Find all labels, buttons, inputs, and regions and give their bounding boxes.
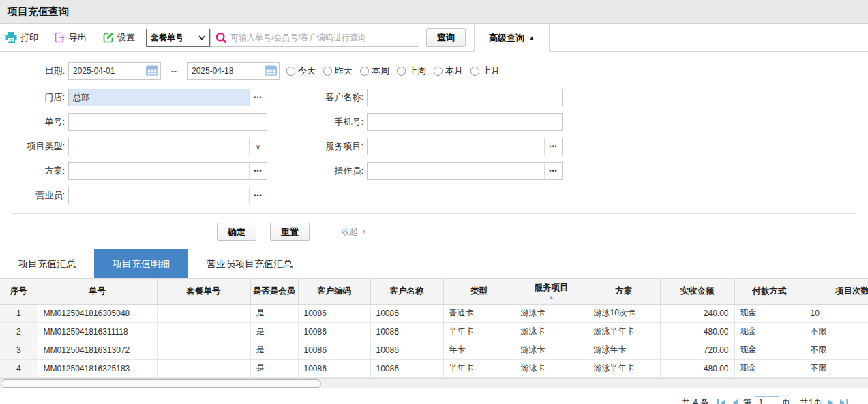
ellipsis-picker-button[interactable]: ••• [249,89,267,106]
column-header-index[interactable]: 序号 [0,279,38,304]
table-cell: 普通卡 [443,304,515,322]
advanced-query-toggle[interactable]: 高级查询 ▲ [474,24,550,52]
first-page-button[interactable] [717,399,726,404]
project-type-input[interactable] [69,138,249,155]
salesperson-input[interactable] [69,187,249,204]
page-title-bar: 项目充值查询 [0,0,868,24]
table-cell: 是 [250,304,298,322]
table-cell: 不限 [805,359,868,377]
table-row[interactable]: 4MM0125041816325183是1008610086半年卡游泳卡游泳半年… [0,359,868,377]
customer-name-label: 客户名称: [267,91,367,104]
quick-range-radios: 今天 昨天 本周 上周 本月 上月 [286,65,507,77]
order-no-input[interactable] [69,114,267,130]
table-cell: 720.00 [660,341,734,359]
radio-last-month[interactable]: 上月 [470,65,500,77]
print-button[interactable]: 打印 [5,31,38,44]
table-cell [157,304,250,322]
service-item-input[interactable] [368,138,544,155]
search-type-select[interactable]: 套餐单号 [146,29,210,47]
radio-icon [470,67,479,76]
calendar-icon[interactable] [146,65,158,76]
settings-button[interactable]: 设置 [103,31,135,44]
total-count: 共 4 条 [681,397,708,404]
plan-input[interactable] [69,163,249,179]
column-header-package-no[interactable]: 套餐单号 [157,279,250,304]
table-cell: 10086 [298,359,370,377]
ellipsis-icon: ••• [549,143,557,150]
column-header-service-item[interactable]: 服务项目 ▲ [515,279,588,304]
radio-this-week[interactable]: 本周 [360,65,389,77]
dropdown-button[interactable]: ∨ [249,138,267,155]
table-row[interactable]: 3MM0125041816313072是1008610086年卡游泳卡游泳年卡7… [0,341,868,359]
radio-yesterday[interactable]: 昨天 [323,65,353,77]
toolbar: 打印 导出 设置 套餐单号 查询 高级查询 ▲ [0,24,868,52]
quick-search-input[interactable] [230,29,419,46]
column-header-amount[interactable]: 实收金额 [660,279,734,304]
column-header-is-member[interactable]: 是否是会员 [250,279,298,304]
table-cell: 10086 [298,322,370,341]
date-from-field [68,62,161,80]
ellipsis-icon: ••• [254,168,262,174]
tab-recharge-summary[interactable]: 项目充值汇总 [0,249,94,278]
column-header-plan[interactable]: 方案 [588,279,660,304]
arrow-up-icon: ▲ [529,35,535,41]
table-cell: MM0125041816305048 [38,304,157,322]
date-filter-row: 日期: -- 今天 昨天 本周 上周 本月 上月 [0,61,868,81]
customer-name-input[interactable] [368,89,562,106]
store-input[interactable] [69,89,249,106]
table-cell: 游泳半年卡 [588,359,660,377]
scrollbar-thumb[interactable] [1,379,321,388]
table-row[interactable]: 2MM0125041816311118是1008610086半年卡游泳卡游泳半年… [0,322,868,341]
calendar-icon[interactable] [265,65,277,76]
radio-today[interactable]: 今天 [286,65,316,77]
table-cell: MM0125041816311118 [38,322,157,341]
ellipsis-picker-button[interactable]: ••• [544,138,562,155]
export-button[interactable]: 导出 [55,31,87,44]
next-page-button[interactable] [827,399,835,404]
ellipsis-picker-button[interactable]: ••• [249,187,267,204]
table-row[interactable]: 1MM0125041816305048是1008610086普通卡游泳卡游泳10… [0,304,868,322]
service-item-field: ••• [367,138,563,155]
ellipsis-picker-button[interactable]: ••• [544,163,562,179]
phone-input[interactable] [368,114,562,130]
ellipsis-picker-button[interactable]: ••• [249,163,267,179]
collapse-link[interactable]: 收起 ∧ [342,226,366,238]
column-header-customer-name[interactable]: 客户名称 [370,279,443,304]
radio-last-week[interactable]: 上周 [397,65,426,77]
column-header-customer-code[interactable]: 客户编码 [298,279,370,304]
confirm-button[interactable]: 确定 [217,223,256,241]
operator-input[interactable] [368,163,544,179]
settings-label: 设置 [117,31,135,44]
column-header-type[interactable]: 类型 [443,279,515,304]
result-tabs: 项目充值汇总 项目充值明细 营业员项目充值汇总 [0,249,868,279]
table-cell: 480.00 [660,359,734,377]
ellipsis-icon: ••• [254,192,262,199]
horizontal-scrollbar[interactable] [0,378,868,388]
page-number-input[interactable] [755,396,779,404]
project-type-label: 项目类型: [0,140,68,153]
reset-button[interactable]: 重置 [270,223,310,241]
date-from-input[interactable] [69,66,146,76]
ellipsis-icon: ••• [549,168,557,174]
radio-this-month[interactable]: 本月 [434,65,463,77]
chevron-down-icon [198,35,205,40]
column-header-order-no[interactable]: 单号 [38,279,157,304]
operator-label: 操作员: [267,165,367,177]
print-label: 打印 [20,31,38,44]
prev-page-button[interactable] [730,399,738,404]
table-cell: 1 [0,304,38,322]
column-header-payment[interactable]: 付款方式 [734,279,805,304]
tab-salesperson-summary[interactable]: 营业员项目充值汇总 [188,249,311,278]
advanced-query-label: 高级查询 [489,32,524,44]
table-cell: 240.00 [660,304,734,322]
last-page-button[interactable] [839,399,849,404]
table-cell: 年卡 [443,341,515,359]
column-header-times[interactable]: 项目次数 [805,279,868,304]
query-button[interactable]: 查询 [426,28,466,47]
table-cell: 10086 [370,322,443,341]
table-cell: 10086 [298,304,370,322]
radio-icon [434,67,443,76]
tab-recharge-detail[interactable]: 项目充值明细 [94,249,188,278]
page-suffix: 页，共1页 [782,397,822,404]
date-to-input[interactable] [188,66,265,76]
